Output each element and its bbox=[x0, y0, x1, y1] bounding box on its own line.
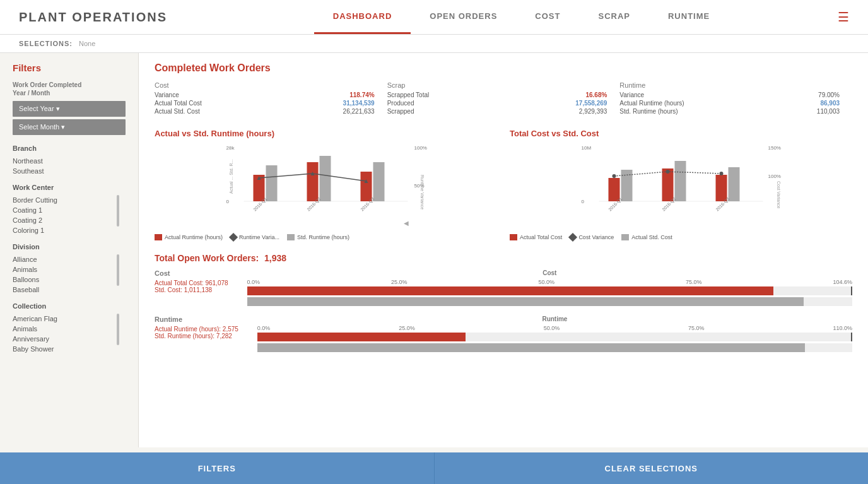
collection-label: Collection bbox=[13, 302, 119, 310]
work-order-filter-label: Work Order CompletedYear / Month bbox=[13, 81, 126, 97]
sub-header: SELECTIONS: None bbox=[0, 35, 868, 53]
division-alliance[interactable]: Alliance bbox=[13, 254, 112, 264]
actual-runtime-value: 86,903 bbox=[820, 100, 840, 107]
collection-anniversary[interactable]: Anniversary bbox=[13, 334, 112, 344]
runtime-axis-25: 25.0% bbox=[399, 325, 415, 331]
legend-actual-runtime: Actual Runtime (hours) bbox=[155, 234, 223, 240]
legend-actual-runtime-box bbox=[155, 234, 162, 240]
work-center-coating-1[interactable]: Coating 1 bbox=[13, 205, 112, 215]
runtime-variance-value: 79.00% bbox=[818, 91, 840, 98]
std-runtime-row: Std. Runtime (hours) 110,003 bbox=[619, 108, 840, 115]
cost-chart: Total Cost vs Std. Cost 10M 0 150% 100% … bbox=[510, 129, 852, 240]
branch-section: Branch Northeast Southeast bbox=[13, 145, 126, 176]
tab-dashboard[interactable]: DASHBOARD bbox=[314, 0, 411, 34]
runtime-marker-line bbox=[851, 333, 852, 341]
cost-axis-25: 25.0% bbox=[391, 279, 408, 285]
work-order-filter-section: Work Order CompletedYear / Month Select … bbox=[13, 81, 126, 135]
open-cost-std: Std. Cost: 1,011,138 bbox=[155, 286, 228, 293]
open-orders-section: Total Open Work Orders: 1,938 Cost Actua… bbox=[155, 253, 852, 352]
open-runtime-std-bar bbox=[257, 343, 805, 352]
hamburger-icon[interactable]: ☰ bbox=[838, 9, 849, 25]
svg-text:◀: ◀ bbox=[404, 220, 409, 227]
open-runtime-std-value: 7,282 bbox=[216, 333, 232, 339]
svg-text:0: 0 bbox=[226, 199, 230, 204]
selections-label: SELECTIONS: bbox=[19, 40, 73, 47]
work-center-border-cutting[interactable]: Border Cutting bbox=[13, 195, 112, 205]
cost-q3-std-bar bbox=[729, 167, 740, 201]
legend-cost-variance-diamond bbox=[568, 233, 577, 242]
std-runtime-value: 110,003 bbox=[817, 108, 840, 115]
cost-variance-dot-2 bbox=[666, 170, 670, 174]
open-runtime-std-label: Std. Runtime (hours): bbox=[155, 333, 214, 339]
svg-text:Cost Variance: Cost Variance bbox=[777, 181, 781, 209]
runtime-axis-0: 0.0% bbox=[257, 325, 271, 331]
scrap-label: Scrap bbox=[387, 81, 607, 89]
select-year-button[interactable]: Select Year ▾ bbox=[13, 101, 126, 117]
branch-northeast[interactable]: Northeast bbox=[13, 156, 119, 166]
produced-value: 17,558,269 bbox=[575, 100, 607, 107]
cost-variance-label: Variance bbox=[155, 91, 179, 98]
selections-value: None bbox=[79, 40, 95, 47]
q3-std-bar bbox=[373, 162, 385, 201]
collection-animals[interactable]: Animals bbox=[13, 324, 112, 334]
runtime-chart: Actual vs Std. Runtime (hours) 28k 0 100… bbox=[155, 129, 497, 240]
scrapped-label: Scrapped bbox=[387, 108, 414, 115]
division-baseball[interactable]: Baseball bbox=[13, 285, 112, 295]
legend-cost-variance: Cost Variance bbox=[570, 234, 614, 240]
cost-marker-line bbox=[851, 286, 852, 295]
actual-runtime-label: Actual Runtime (hours) bbox=[619, 100, 684, 107]
sidebar: Filters Work Order CompletedYear / Month… bbox=[0, 53, 139, 447]
open-cost-metric: Cost Actual Total Cost: 961,078 Std. Cos… bbox=[155, 269, 852, 306]
open-cost-bar-area: Cost 0.0% 25.0% 50.0% 75.0% 104.6% bbox=[247, 269, 852, 306]
legend-actual-total-cost: Actual Total Cost bbox=[510, 234, 562, 240]
tab-cost[interactable]: COST bbox=[516, 0, 579, 34]
runtime-stat-block: Runtime Variance 79.00% Actual Runtime (… bbox=[619, 81, 852, 116]
collection-american-flag[interactable]: American Flag bbox=[13, 314, 112, 324]
legend-runtime-variance: Runtime Varia... bbox=[230, 234, 279, 240]
work-center-coating-2[interactable]: Coating 2 bbox=[13, 215, 112, 225]
branch-southeast[interactable]: Southeast bbox=[13, 166, 119, 176]
collection-section: Collection American Flag Animals Anniver… bbox=[13, 302, 126, 354]
open-runtime-bar-title: Runtime bbox=[257, 316, 852, 322]
runtime-chart-svg: 28k 0 100% 50% Actual ... Std. R... Runt… bbox=[155, 143, 497, 232]
legend-cost-variance-label: Cost Variance bbox=[578, 234, 614, 240]
tab-runtime[interactable]: RUNTIME bbox=[649, 0, 729, 34]
open-runtime-label: Runtime Actual Runtime (hours): 2,575 St… bbox=[155, 316, 238, 352]
division-label: Division bbox=[13, 243, 119, 251]
collection-baby-shower[interactable]: Baby Shower bbox=[13, 344, 112, 354]
cost-chart-title: Total Cost vs Std. Cost bbox=[510, 129, 852, 138]
svg-text:100%: 100% bbox=[768, 174, 781, 179]
legend-runtime-variance-diamond bbox=[229, 233, 238, 242]
legend-actual-std-cost-box bbox=[621, 234, 629, 240]
scrapped-value: 2,929,393 bbox=[579, 108, 607, 115]
work-center-section: Work Center Border Cutting Coating 1 Coa… bbox=[13, 184, 126, 235]
open-cost-actual-label: Actual Total Cost: bbox=[155, 280, 204, 286]
work-center-coloring-1[interactable]: Coloring 1 bbox=[13, 225, 112, 235]
svg-text:100%: 100% bbox=[414, 145, 427, 151]
cost-stat-block: Cost Variance 118.74% Actual Total Cost … bbox=[155, 81, 387, 116]
open-cost-details: Cost Actual Total Cost: 961,078 Std. Cos… bbox=[155, 269, 852, 306]
division-animals[interactable]: Animals bbox=[13, 264, 112, 274]
cost-variance-dot-1 bbox=[613, 174, 616, 178]
legend-std-runtime-label: Std. Runtime (hours) bbox=[297, 234, 349, 240]
division-section: Division Alliance Animals Balloons Baseb… bbox=[13, 243, 126, 295]
division-balloons[interactable]: Balloons bbox=[13, 274, 112, 285]
open-cost-std-bar-container bbox=[247, 297, 852, 306]
charts-row: Actual vs Std. Runtime (hours) 28k 0 100… bbox=[155, 129, 852, 240]
legend-actual-std-cost-label: Actual Std. Cost bbox=[631, 234, 672, 240]
cost-axis-0: 0.0% bbox=[247, 279, 261, 285]
open-cost-std-value: 1,011,138 bbox=[184, 286, 213, 293]
select-month-button[interactable]: Select Month ▾ bbox=[13, 119, 126, 135]
cost-q2-std-bar bbox=[675, 161, 686, 201]
svg-text:0: 0 bbox=[582, 199, 585, 204]
open-cost-actual-bar-container bbox=[247, 286, 852, 295]
actual-std-cost-row: Actual Std. Cost 26,221,633 bbox=[155, 108, 375, 115]
svg-text:28k: 28k bbox=[226, 145, 235, 151]
open-cost-label: Cost Actual Total Cost: 961,078 Std. Cos… bbox=[155, 269, 228, 306]
svg-text:10M: 10M bbox=[582, 145, 592, 151]
tab-scrap[interactable]: SCRAP bbox=[579, 0, 649, 34]
runtime-axis-max: 110.0% bbox=[833, 325, 852, 331]
runtime-label: Runtime bbox=[619, 81, 840, 89]
tab-open-orders[interactable]: OPEN ORDERS bbox=[411, 0, 516, 34]
cost-axis-max: 104.6% bbox=[833, 279, 852, 285]
